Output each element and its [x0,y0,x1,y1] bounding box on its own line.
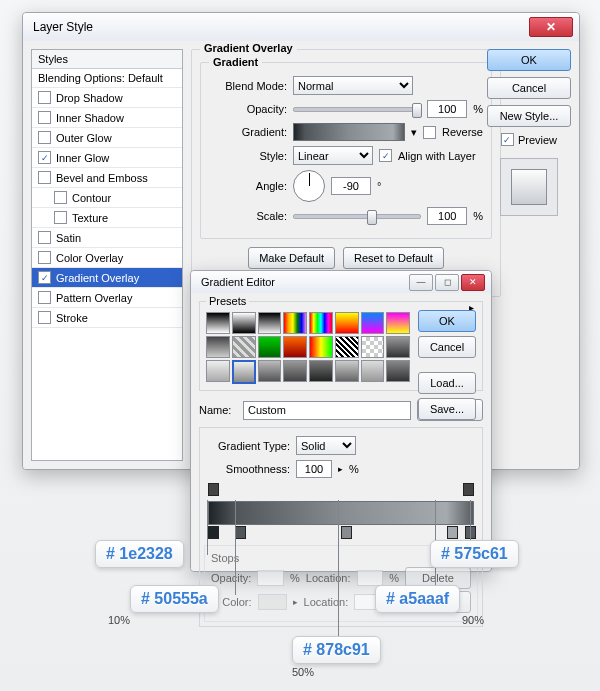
name-input[interactable]: Custom [243,401,411,420]
preset-swatch[interactable] [283,312,307,334]
style-label: Inner Glow [56,152,109,164]
gradient-picker[interactable] [293,123,405,141]
checkbox[interactable] [38,171,51,184]
opacity-input[interactable]: 100 [427,100,467,118]
style-row-drop-shadow[interactable]: Drop Shadow [32,88,182,108]
checkbox[interactable] [38,251,51,264]
callout-hex-3: # 878c91 [292,636,381,664]
reverse-checkbox[interactable] [423,126,436,139]
opacity-stop[interactable] [208,483,219,496]
style-row-contour[interactable]: Contour [32,188,182,208]
preset-swatch[interactable] [206,312,230,334]
editor-load-button[interactable]: Load... [418,372,476,394]
reset-default-button[interactable]: Reset to Default [343,247,444,269]
checkbox[interactable] [38,151,51,164]
preset-swatch[interactable] [283,336,307,358]
preset-swatch[interactable] [386,336,410,358]
style-label: Gradient Overlay [56,272,139,284]
style-row-bevel[interactable]: Bevel and Emboss [32,168,182,188]
preset-swatch[interactable] [258,336,282,358]
checkbox[interactable] [38,111,51,124]
minimize-button[interactable]: — [409,274,433,291]
preset-swatch[interactable] [361,312,385,334]
style-row-color-overlay[interactable]: Color Overlay [32,248,182,268]
stop-opacity-input[interactable] [257,570,284,586]
angle-dial[interactable] [293,170,325,202]
presets-label: Presets [206,295,249,307]
checkbox[interactable] [38,271,51,284]
preview-checkbox[interactable] [501,133,514,146]
checkbox[interactable] [54,191,67,204]
editor-close-button[interactable]: ✕ [461,274,485,291]
preset-swatch[interactable] [386,360,410,382]
preset-swatch[interactable] [232,312,256,334]
style-row-gradient-overlay[interactable]: Gradient Overlay [32,268,182,288]
gradient-label: Gradient: [209,126,287,138]
scale-input[interactable]: 100 [427,207,467,225]
preset-swatch[interactable] [206,336,230,358]
dropdown-icon[interactable]: ▾ [411,126,417,139]
preset-swatch[interactable] [309,360,333,382]
style-row-pattern-overlay[interactable]: Pattern Overlay [32,288,182,308]
color-stop[interactable] [208,526,219,539]
callout-hex-4: # a5aaaf [375,585,460,613]
close-button[interactable]: ✕ [529,17,573,37]
checkbox[interactable] [54,211,67,224]
new-style-button[interactable]: New Style... [487,105,571,127]
stop-color-swatch[interactable] [258,594,287,610]
checkbox[interactable] [38,231,51,244]
cancel-button[interactable]: Cancel [487,77,571,99]
style-row-outer-glow[interactable]: Outer Glow [32,128,182,148]
opacity-stop[interactable] [463,483,474,496]
style-row-texture[interactable]: Texture [32,208,182,228]
align-layer-checkbox[interactable] [379,149,392,162]
scale-slider[interactable] [293,207,421,225]
editor-save-button[interactable]: Save... [418,398,476,420]
preview-swatch [511,169,547,205]
checkbox[interactable] [38,311,51,324]
preset-swatch[interactable] [232,336,256,358]
color-stop[interactable] [341,526,352,539]
style-row-inner-glow[interactable]: Inner Glow [32,148,182,168]
preset-swatch[interactable] [386,312,410,334]
blending-options-row[interactable]: Blending Options: Default [32,69,182,88]
preset-swatch[interactable] [361,360,385,382]
preset-swatch[interactable] [258,312,282,334]
styles-header[interactable]: Styles [32,50,182,69]
preset-swatch[interactable] [361,336,385,358]
preset-swatch[interactable] [335,336,359,358]
style-label: Satin [56,232,81,244]
opacity-slider[interactable] [293,100,421,118]
preset-swatch[interactable] [258,360,282,382]
titlebar[interactable]: Layer Style ✕ [23,13,579,42]
preset-swatch[interactable] [283,360,307,382]
checkbox[interactable] [38,131,51,144]
dropdown-icon[interactable]: ▸ [338,464,343,474]
stop-location-input[interactable] [357,570,384,586]
style-row-stroke[interactable]: Stroke [32,308,182,328]
checkbox[interactable] [38,291,51,304]
maximize-button[interactable]: ◻ [435,274,459,291]
preset-swatch[interactable] [309,336,333,358]
color-stop[interactable] [447,526,458,539]
angle-input[interactable]: -90 [331,177,371,195]
editor-titlebar[interactable]: Gradient Editor — ◻ ✕ [191,271,491,294]
preset-swatch[interactable] [335,360,359,382]
style-row-satin[interactable]: Satin [32,228,182,248]
gradient-type-select[interactable]: Solid [296,436,356,455]
ok-button[interactable]: OK [487,49,571,71]
color-stop[interactable] [235,526,246,539]
preset-swatch[interactable] [309,312,333,334]
preset-swatch[interactable] [335,312,359,334]
editor-cancel-button[interactable]: Cancel [418,336,476,358]
editor-ok-button[interactable]: OK [418,310,476,332]
blend-mode-select[interactable]: Normal [293,76,413,95]
preset-swatch[interactable] [232,360,256,384]
smoothness-input[interactable]: 100 [296,460,332,478]
checkbox[interactable] [38,91,51,104]
style-row-inner-shadow[interactable]: Inner Shadow [32,108,182,128]
preset-swatch[interactable] [206,360,230,382]
make-default-button[interactable]: Make Default [248,247,335,269]
style-label: Drop Shadow [56,92,123,104]
gradient-style-select[interactable]: Linear [293,146,373,165]
